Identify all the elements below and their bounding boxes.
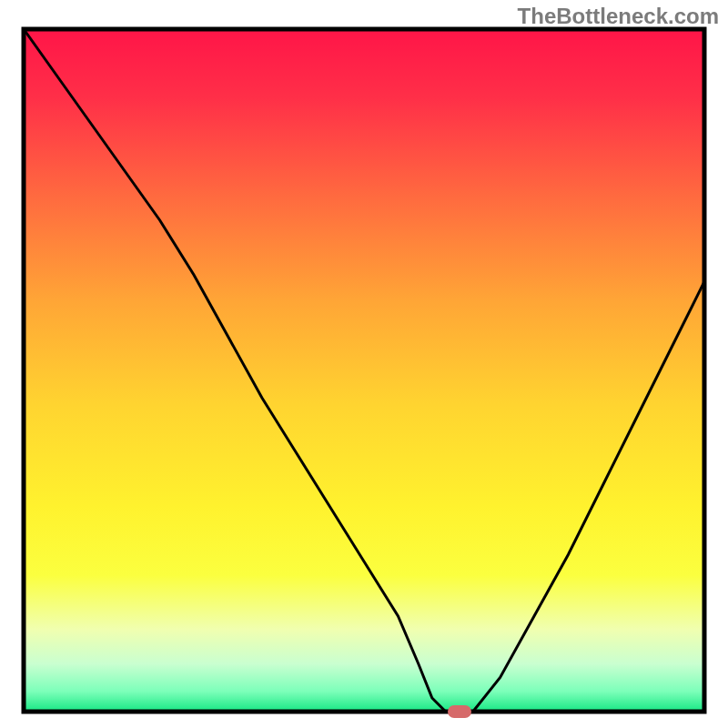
chart-container: TheBottleneck.com [0,0,728,728]
bottleneck-chart [0,0,728,728]
watermark-text: TheBottleneck.com [518,4,719,29]
optimal-point-marker [448,705,471,718]
plot-background [24,29,704,712]
